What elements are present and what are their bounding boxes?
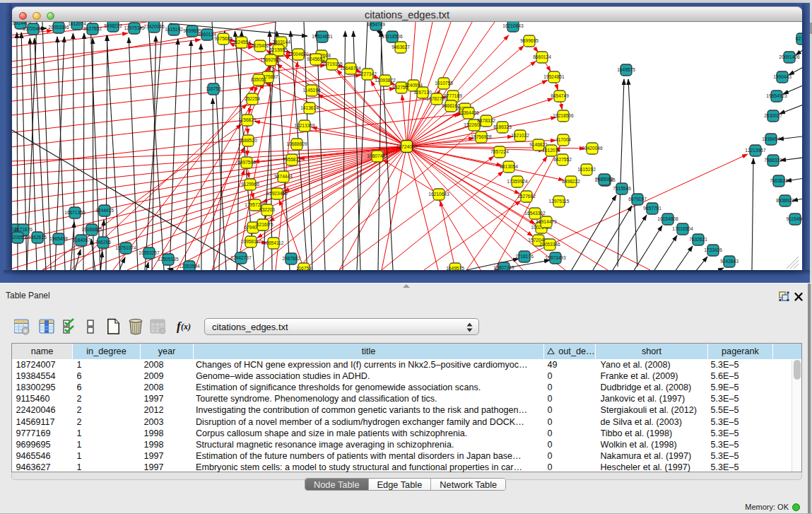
svg-text:20206555: 20206555 (12, 235, 28, 240)
svg-text:9129966: 9129966 (241, 182, 259, 187)
svg-text:3267130: 3267130 (413, 90, 432, 95)
svg-text:12213957: 12213957 (745, 148, 766, 153)
svg-text:8660124: 8660124 (533, 54, 551, 59)
svg-text:10688609: 10688609 (286, 141, 307, 146)
svg-text:19756928: 19756928 (471, 134, 492, 139)
svg-text:832203: 832203 (259, 207, 275, 212)
svg-text:12093872: 12093872 (375, 78, 396, 83)
svg-text:20053346: 20053346 (539, 242, 560, 247)
svg-text:7663822: 7663822 (770, 178, 788, 183)
svg-text:1244415: 1244415 (95, 208, 114, 213)
svg-text:9227342: 9227342 (358, 71, 377, 76)
svg-text:62160: 62160 (257, 222, 270, 227)
svg-text:7857224: 7857224 (490, 149, 509, 154)
svg-text:9115460: 9115460 (786, 216, 802, 221)
svg-text:12975115: 12975115 (124, 25, 145, 30)
svg-text:116753: 116753 (206, 86, 221, 91)
svg-text:12942737: 12942737 (230, 255, 252, 260)
svg-text:19218506: 19218506 (553, 113, 574, 118)
svg-text:23420046: 23420046 (143, 24, 165, 29)
svg-text:7515546: 7515546 (613, 186, 631, 191)
svg-text:17004670: 17004670 (288, 52, 309, 57)
svg-text:8813054: 8813054 (500, 164, 518, 169)
svg-text:8427552: 8427552 (83, 26, 102, 31)
svg-text:8215955: 8215955 (269, 47, 288, 52)
svg-text:6679197: 6679197 (628, 197, 647, 201)
svg-text:16671355: 16671355 (64, 210, 86, 215)
svg-text:2630027: 2630027 (764, 113, 782, 118)
svg-text:10807487: 10807487 (367, 153, 388, 158)
svg-text:15751074: 15751074 (115, 245, 136, 250)
svg-text:3624554: 3624554 (233, 40, 251, 45)
svg-text:19654923: 19654923 (766, 93, 787, 98)
svg-text:15720407: 15720407 (23, 26, 44, 31)
svg-text:1649575: 1649575 (617, 67, 635, 72)
svg-text:19524851: 19524851 (312, 34, 333, 39)
svg-text:1615192: 1615192 (165, 27, 183, 32)
svg-text:16154808: 16154808 (657, 216, 678, 221)
svg-text:8498222: 8498222 (104, 23, 122, 28)
svg-text:1938454: 1938454 (762, 136, 780, 141)
svg-text:20364436: 20364436 (458, 110, 479, 115)
svg-text:8454749: 8454749 (367, 22, 385, 27)
svg-text:10553257: 10553257 (139, 250, 160, 255)
svg-text:9699695: 9699695 (520, 38, 539, 43)
svg-text:8471676: 8471676 (14, 227, 33, 232)
svg-text:9242843: 9242843 (720, 259, 739, 264)
svg-text:15692971: 15692971 (260, 57, 281, 62)
svg-text:9375685: 9375685 (214, 36, 233, 41)
svg-text:746266: 746266 (95, 240, 111, 245)
svg-text:17016504: 17016504 (672, 226, 693, 231)
svg-text:18807249: 18807249 (493, 265, 514, 270)
svg-text:1010755: 1010755 (435, 81, 453, 86)
svg-text:16648784: 16648784 (340, 66, 361, 71)
svg-text:8938923: 8938923 (776, 198, 794, 203)
svg-text:1413614: 1413614 (300, 105, 319, 110)
svg-text:116753: 116753 (296, 266, 312, 270)
svg-text:19218506: 19218506 (382, 34, 403, 39)
svg-text:8498222: 8498222 (562, 179, 580, 184)
svg-text:835051: 835051 (251, 77, 266, 82)
svg-text:19524851: 19524851 (543, 74, 565, 79)
svg-text:6497508: 6497508 (237, 160, 256, 165)
svg-text:19166825: 19166825 (81, 227, 102, 232)
svg-text:12353594: 12353594 (179, 264, 200, 269)
svg-text:16543362: 16543362 (524, 211, 546, 216)
svg-text:1145194: 1145194 (302, 88, 321, 93)
svg-text:8878332: 8878332 (477, 118, 495, 123)
svg-text:7955812: 7955812 (283, 157, 301, 162)
svg-text:1612074: 1612074 (542, 148, 560, 153)
svg-text:12975115: 12975115 (549, 199, 570, 204)
svg-text:7485063: 7485063 (595, 177, 613, 182)
svg-text:1362615: 1362615 (28, 235, 47, 240)
svg-text:16914479: 16914479 (536, 219, 557, 224)
svg-text:417004: 417004 (555, 137, 571, 142)
svg-text:10958117: 10958117 (241, 239, 261, 244)
svg-text:10654112: 10654112 (264, 240, 284, 245)
svg-text:10973493: 10973493 (545, 255, 566, 260)
svg-text:12505135: 12505135 (158, 257, 179, 262)
svg-text:1649575: 1649575 (446, 266, 464, 270)
svg-text:9777169: 9777169 (444, 93, 462, 98)
svg-text:1156829: 1156829 (238, 117, 257, 122)
svg-text:23420046: 23420046 (582, 146, 603, 151)
svg-text:62160: 62160 (796, 36, 802, 41)
svg-text:9184067: 9184067 (72, 238, 90, 243)
svg-text:252254: 252254 (245, 96, 260, 101)
svg-text:8186323: 8186323 (493, 124, 512, 129)
svg-text:2718176: 2718176 (515, 254, 534, 259)
svg-text:1965498: 1965498 (49, 236, 68, 241)
svg-text:16210643: 16210643 (502, 23, 524, 28)
svg-text:1621022: 1621022 (511, 133, 529, 138)
svg-text:1990443: 1990443 (773, 74, 792, 79)
svg-text:12923465: 12923465 (266, 191, 288, 196)
svg-text:9146821: 9146821 (529, 142, 548, 147)
svg-text:7632621: 7632621 (689, 237, 707, 242)
svg-text:12213369: 12213369 (294, 123, 315, 128)
svg-text:20053346: 20053346 (48, 25, 69, 30)
svg-text:9474444: 9474444 (274, 174, 293, 179)
svg-text:20691406: 20691406 (779, 54, 800, 59)
svg-text:2803144: 2803144 (272, 40, 290, 45)
svg-text:(x): (x) (181, 322, 191, 332)
svg-text:17359924: 17359924 (507, 179, 528, 184)
